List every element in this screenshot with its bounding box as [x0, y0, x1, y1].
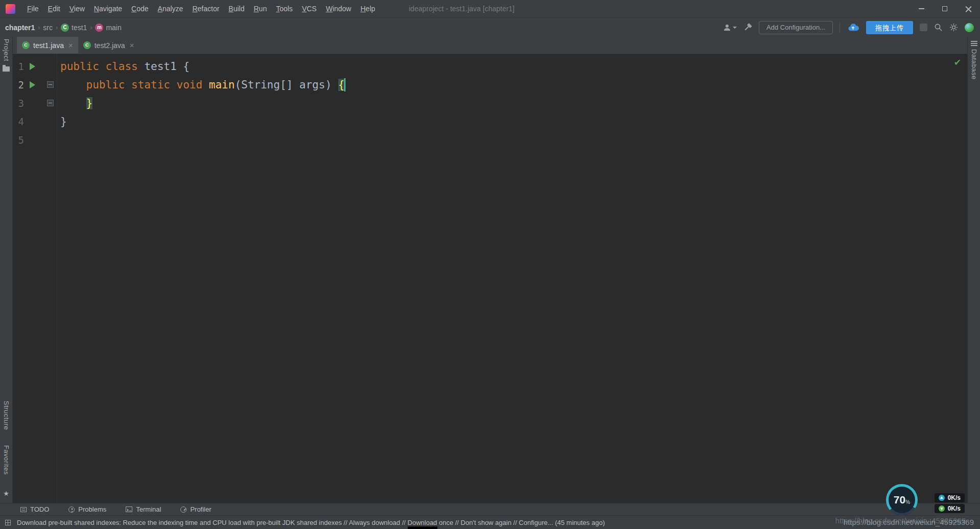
problems-icon [68, 507, 75, 513]
menu-analyze[interactable]: Analyze [153, 0, 188, 17]
breadcrumb-item-test1[interactable]: test1 [72, 24, 87, 32]
todo-icon [20, 507, 27, 512]
download-speed-row: 0K/s [935, 504, 965, 513]
toolwindow-label: TODO [30, 505, 49, 513]
gutter: 3 [13, 94, 57, 112]
code-line: 3 } [13, 94, 967, 112]
users-dropdown-icon[interactable] [723, 24, 737, 32]
menu-run[interactable]: Run [249, 0, 271, 17]
menu-edit[interactable]: Edit [43, 0, 65, 17]
editor[interactable]: 1public class test1 {2 public static voi… [13, 54, 967, 503]
toolwindow-button-terminal[interactable]: Terminal [126, 505, 161, 513]
tab-close-icon[interactable]: × [130, 41, 134, 50]
menu-build[interactable]: Build [224, 0, 249, 17]
menu-vcs[interactable]: VCS [297, 0, 321, 17]
maximize-button[interactable] [933, 0, 956, 17]
idea-logo-icon [6, 4, 15, 14]
fold-marker-icon[interactable] [47, 100, 54, 106]
toolwindow-label: Problems [78, 505, 106, 513]
tool-button-project[interactable]: Project [3, 39, 10, 61]
tab-test2.java[interactable]: Ctest2.java× [78, 37, 139, 54]
favorites-star-icon[interactable]: ★ [3, 490, 9, 497]
upload-speed: 0K/s [948, 494, 961, 501]
build-hammer-icon[interactable] [743, 23, 752, 32]
minimize-button[interactable] [909, 0, 933, 17]
menubar: FileEditViewNavigateCodeAnalyzeRefactorB… [22, 0, 380, 17]
breadcrumb: chapter1›src›Ctest1›mmain [5, 24, 122, 32]
breadcrumb-item-chapter1[interactable]: chapter1 [5, 24, 35, 32]
toolwindow-switcher-icon[interactable] [5, 520, 11, 525]
menu-navigate[interactable]: Navigate [89, 0, 127, 17]
breadcrumb-item-main[interactable]: main [106, 24, 121, 32]
code-text: } [57, 94, 92, 112]
toolwindow-label: Terminal [136, 505, 161, 513]
mini-panel-button[interactable] [920, 24, 927, 31]
close-button[interactable] [956, 0, 980, 17]
fold-marker-icon[interactable] [47, 81, 54, 88]
close-icon [965, 6, 972, 12]
window-controls [909, 0, 980, 17]
download-speed: 0K/s [948, 505, 961, 512]
tool-window-bar: TODOProblemsTerminalProfiler [0, 503, 980, 515]
drag-upload-button[interactable]: 拖拽上传 [866, 21, 913, 34]
folder-icon[interactable] [3, 66, 10, 72]
code-token: } [60, 116, 67, 128]
status-bar: Download pre-built shared indexes: Reduc… [0, 515, 980, 529]
code-text: public class test1 { [57, 57, 190, 76]
network-speed-widget: 0K/s 0K/s [935, 493, 965, 513]
class-icon: C [22, 41, 30, 49]
profiler-icon [180, 507, 186, 513]
menu-file[interactable]: File [22, 0, 43, 17]
code-token: public static void [86, 79, 209, 91]
gutter: 4 [13, 112, 57, 131]
tab-test1.java[interactable]: Ctest1.java× [17, 37, 78, 54]
search-icon[interactable] [934, 23, 943, 32]
tab-close-icon[interactable]: × [68, 41, 73, 50]
menu-refactor[interactable]: Refactor [188, 0, 224, 17]
run-button[interactable] [30, 63, 35, 70]
taskbar-notch [408, 526, 437, 529]
menu-tools[interactable]: Tools [271, 0, 297, 17]
breadcrumb-item-src[interactable]: src [43, 24, 53, 32]
database-icon[interactable] [971, 41, 977, 42]
menu-mnemonic: R [192, 5, 197, 13]
percent-sign: % [905, 499, 910, 505]
code-token: (String[] args) [235, 79, 338, 91]
breadcrumb-separator-icon: › [53, 24, 61, 31]
tool-button-database[interactable]: Database [970, 49, 978, 80]
status-message[interactable]: Download pre-built shared indexes: Reduc… [17, 519, 605, 526]
menu-mnemonic: N [94, 5, 99, 13]
plugin-sphere-icon[interactable] [965, 23, 974, 32]
workspace: Project Structure Favorites ★ Ctest1.jav… [0, 37, 980, 503]
menu-view[interactable]: View [65, 0, 89, 17]
add-configuration-button[interactable]: Add Configuration... [759, 21, 833, 34]
menu-code[interactable]: Code [127, 0, 153, 17]
titlebar: FileEditViewNavigateCodeAnalyzeRefactorB… [0, 0, 980, 17]
menu-mnemonic: F [27, 5, 32, 13]
toolwindow-button-profiler[interactable]: Profiler [180, 505, 211, 513]
tab-label: test2.java [95, 41, 125, 50]
menu-mnemonic: E [48, 5, 53, 13]
left-tool-strip: Project Structure Favorites ★ [0, 37, 13, 503]
settings-gear-icon[interactable] [949, 23, 958, 32]
run-button[interactable] [30, 81, 35, 88]
cloud-upload-icon[interactable] [847, 22, 859, 32]
code-token [60, 79, 86, 91]
watermark: https://blog.csdn.net/weixin_45925369 [844, 518, 974, 526]
menu-window[interactable]: Window [321, 0, 356, 17]
editor-column: Ctest1.java×Ctest2.java× 1public class t… [13, 37, 967, 503]
menu-help[interactable]: Help [356, 0, 380, 17]
code-line: 5 [13, 131, 967, 149]
class-icon: C [83, 41, 91, 49]
upload-arrow-icon [939, 495, 945, 501]
text-caret [344, 78, 345, 91]
code-token [60, 97, 86, 109]
code-text: } [57, 112, 67, 131]
inspection-ok-icon[interactable]: ✔ [954, 57, 961, 67]
tool-button-structure[interactable]: Structure [3, 401, 10, 430]
toolwindow-button-todo[interactable]: TODO [20, 505, 49, 513]
toolwindow-button-problems[interactable]: Problems [68, 505, 106, 513]
line-number: 1 [13, 57, 24, 76]
matched-brace: } [86, 97, 93, 109]
tool-button-favorites[interactable]: Favorites [3, 445, 10, 475]
